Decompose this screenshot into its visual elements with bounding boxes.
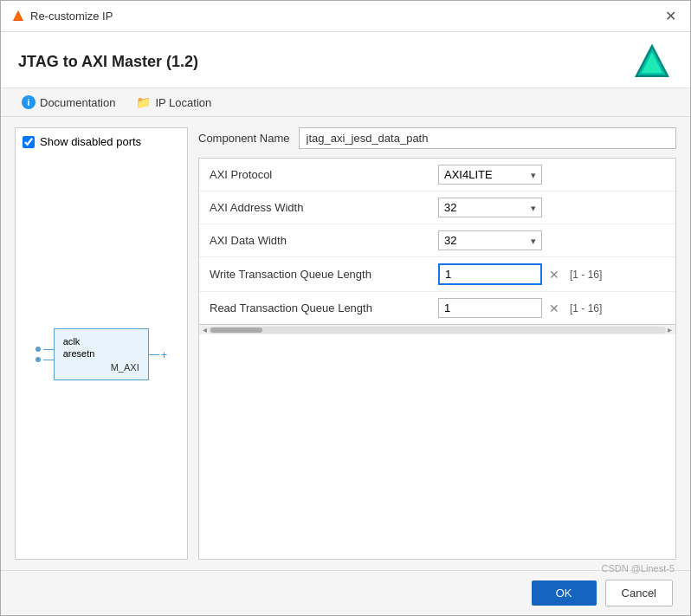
- svg-marker-1: [14, 12, 23, 20]
- ok-button[interactable]: OK: [532, 580, 597, 606]
- show-disabled-row: Show disabled ports: [23, 135, 180, 148]
- vivado-small-icon: [11, 10, 25, 23]
- documentation-label: Documentation: [40, 96, 115, 109]
- table-row: AXI Address Width 32 64: [199, 191, 675, 224]
- write-queue-row: ✕ [1 - 16]: [438, 263, 665, 285]
- param-value-0: AXI4LITE AXI4: [428, 159, 675, 191]
- select-wrapper-0: AXI4LITE AXI4: [438, 165, 542, 185]
- title-bar: Re-customize IP ✕: [1, 1, 690, 32]
- dropdown-cell-1: 32 64: [438, 198, 665, 217]
- dialog-title: JTAG to AXI Master (1.2): [18, 53, 198, 71]
- block-ports: aclk aresetn: [63, 336, 139, 359]
- param-value-2: 32 64: [428, 224, 675, 257]
- scroll-right-arrow[interactable]: ▸: [666, 325, 674, 334]
- param-name-0: AXI Protocol: [199, 159, 428, 191]
- aclk-line: [43, 349, 54, 350]
- dialog-header: JTAG to AXI Master (1.2): [1, 32, 690, 88]
- select-wrapper-1: 32 64: [438, 198, 542, 217]
- component-name-row: Component Name: [198, 127, 676, 149]
- documentation-button[interactable]: i Documentation: [18, 94, 119, 111]
- table-row: Write Transaction Queue Length ✕ [1 - 16…: [199, 257, 675, 292]
- folder-icon: 📁: [136, 95, 151, 109]
- table-row: AXI Protocol AXI4LITE AXI4: [199, 159, 675, 191]
- close-button[interactable]: ✕: [662, 10, 680, 23]
- aresetn-port: aresetn: [63, 348, 139, 359]
- aresetn-port-dot: [36, 357, 41, 362]
- read-queue-range: [1 - 16]: [570, 302, 602, 314]
- params-table: AXI Protocol AXI4LITE AXI4: [199, 159, 675, 324]
- param-value-4: ✕ [1 - 16]: [428, 292, 675, 325]
- scrollbar-row: ◂ ▸: [199, 324, 675, 334]
- scrollbar-thumb[interactable]: [210, 327, 262, 333]
- vivado-logo: [631, 42, 673, 81]
- read-queue-row: ✕ [1 - 16]: [438, 298, 665, 318]
- param-name-1: AXI Address Width: [199, 191, 428, 224]
- param-name-3: Write Transaction Queue Length: [199, 257, 428, 292]
- show-disabled-label: Show disabled ports: [40, 135, 141, 148]
- param-value-3: ✕ [1 - 16]: [428, 257, 675, 292]
- axi-address-width-select[interactable]: 32 64: [438, 198, 542, 217]
- component-name-label: Component Name: [198, 132, 290, 145]
- title-bar-left: Re-customize IP: [11, 10, 113, 23]
- param-name-4: Read Transaction Queue Length: [199, 292, 428, 325]
- info-icon: i: [22, 95, 36, 109]
- select-wrapper-2: 32 64: [438, 230, 542, 250]
- aclk-label: aclk: [63, 336, 81, 347]
- left-panel: Show disabled ports: [15, 127, 188, 560]
- maxi-line: [149, 354, 159, 355]
- block-component: aclk aresetn M_AXI: [54, 328, 149, 380]
- table-row: AXI Data Width 32 64: [199, 224, 675, 257]
- scroll-left-arrow[interactable]: ◂: [201, 325, 209, 334]
- param-value-1: 32 64: [428, 191, 675, 224]
- read-queue-clear-button[interactable]: ✕: [547, 302, 561, 315]
- param-name-2: AXI Data Width: [199, 224, 428, 257]
- footer: OK Cancel: [1, 570, 690, 615]
- write-queue-range: [1 - 16]: [570, 269, 602, 281]
- ip-location-button[interactable]: 📁 IP Location: [132, 94, 215, 111]
- cancel-button[interactable]: Cancel: [605, 580, 673, 606]
- dropdown-cell-2: 32 64: [438, 230, 665, 250]
- dialog: Re-customize IP ✕ JTAG to AXI Master (1.…: [0, 0, 691, 616]
- content-area: Show disabled ports: [1, 117, 690, 570]
- aresetn-label: aresetn: [63, 348, 95, 359]
- component-name-input[interactable]: [299, 127, 677, 149]
- title-bar-text: Re-customize IP: [30, 10, 113, 23]
- maxi-label: M_AXI: [63, 362, 139, 373]
- write-queue-clear-button[interactable]: ✕: [547, 268, 561, 282]
- dropdown-cell-0: AXI4LITE AXI4: [438, 165, 665, 185]
- axi-protocol-select[interactable]: AXI4LITE AXI4: [438, 165, 542, 185]
- ip-location-label: IP Location: [155, 96, 211, 109]
- right-panel: Component Name AXI Protocol: [198, 127, 676, 560]
- scrollbar-track: [209, 327, 666, 334]
- write-queue-input[interactable]: [438, 263, 542, 285]
- read-queue-input[interactable]: [438, 298, 542, 318]
- aresetn-line: [43, 360, 54, 360]
- show-disabled-checkbox[interactable]: [23, 136, 35, 148]
- toolbar: i Documentation 📁 IP Location: [1, 88, 690, 117]
- block-diagram: aclk aresetn M_AXI +: [23, 157, 180, 552]
- axi-data-width-select[interactable]: 32 64: [438, 230, 542, 250]
- table-row: Read Transaction Queue Length ✕ [1 - 16]: [199, 292, 675, 325]
- params-table-container: AXI Protocol AXI4LITE AXI4: [198, 158, 676, 560]
- aclk-port: aclk: [63, 336, 139, 347]
- aclk-port-dot: [36, 347, 41, 352]
- watermark: CSDN @Linest-5: [601, 563, 675, 574]
- add-port-button[interactable]: +: [161, 348, 168, 361]
